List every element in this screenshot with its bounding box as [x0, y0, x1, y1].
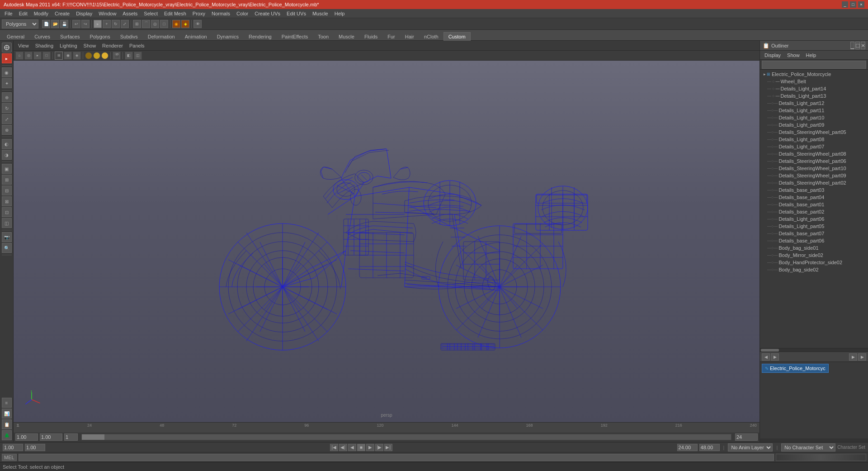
menu-edit-uvs[interactable]: Edit UVs — [284, 10, 309, 17]
mode-selector[interactable]: Polygons Surfaces Dynamics Rendering — [2, 19, 38, 29]
outliner-menu-help[interactable]: Help — [803, 52, 819, 58]
current-time-input[interactable]: 1.00 — [15, 433, 38, 441]
minimize-button[interactable]: _ — [842, 1, 848, 8]
stop-button[interactable]: ■ — [357, 444, 365, 451]
shelf-tab-ncloth[interactable]: nCloth — [419, 32, 443, 41]
menu-create[interactable]: Create — [52, 10, 72, 17]
outliner-item-26[interactable]: —○— Body_bag_side02 — [760, 266, 868, 273]
outliner-list[interactable]: ▸ ⊞ Electric_Police_Motorcycle — ○ — Whe… — [760, 70, 868, 348]
snap-point-icon[interactable]: ◎ — [151, 20, 159, 28]
vp-light1-icon[interactable] — [85, 52, 92, 59]
outliner-item-18[interactable]: —○— Details_base_part02 — [760, 208, 868, 215]
outliner-item-4[interactable]: —○— Details_Light_part11 — [760, 107, 868, 114]
render-icon[interactable]: ◉ — [172, 20, 180, 28]
go-to-end-button[interactable]: ▶| — [384, 444, 392, 451]
pb-range-start-field[interactable] — [25, 444, 45, 451]
outliner-minimize[interactable]: _ — [850, 42, 854, 49]
menu-file[interactable]: File — [2, 10, 15, 17]
shelf-tab-deformation[interactable]: Deformation — [143, 32, 180, 41]
home-tool[interactable] — [2, 43, 12, 52]
ob-icon4[interactable]: ▶ — [858, 353, 866, 361]
layer-editor-tool[interactable]: ≡ — [2, 398, 12, 408]
vp-light3-icon[interactable] — [101, 52, 108, 59]
range-handle[interactable] — [82, 434, 104, 440]
outliner-item-11[interactable]: —○— Details_SteeringWheel_part06 — [760, 157, 868, 165]
outliner-item-23[interactable]: —○— Body_bag_side01 — [760, 244, 868, 252]
save-scene-icon[interactable]: 💾 — [60, 20, 68, 28]
outliner-item-14[interactable]: —○— Details_SteeringWheel_part02 — [760, 179, 868, 186]
outliner-item-19[interactable]: —○— Details_Light_part06 — [760, 215, 868, 223]
rotate-tool-icon[interactable]: ↻ — [112, 20, 120, 28]
shelf-tab-subdivs[interactable]: Subdivs — [115, 32, 143, 41]
shelf-tab-polygons[interactable]: Polygons — [85, 32, 115, 41]
menu-edit-mesh[interactable]: Edit Mesh — [161, 10, 189, 17]
vp-menu-lighting[interactable]: Lighting — [57, 43, 80, 49]
channel-box-tool[interactable]: 📊 — [2, 409, 12, 419]
pb-start-field[interactable] — [3, 444, 23, 451]
outliner-tool[interactable]: 🌲 — [2, 430, 12, 440]
soft-mod-tool[interactable]: ◐ — [2, 139, 12, 149]
vp-menu-view[interactable]: View — [15, 43, 32, 49]
vp-menu-show[interactable]: Show — [81, 43, 99, 49]
lasso-select-tool[interactable]: ◉ — [2, 67, 12, 77]
face-mode[interactable]: ⊡ — [2, 207, 12, 217]
go-to-start-button[interactable]: |◀ — [330, 444, 338, 451]
menu-display[interactable]: Display — [73, 10, 95, 17]
outliner-item-16[interactable]: —○— Details_base_part04 — [760, 194, 868, 201]
outliner-item-21[interactable]: —○— Details_base_part07 — [760, 230, 868, 237]
new-scene-icon[interactable]: 📄 — [42, 20, 50, 28]
select-tool[interactable]: ▸ — [2, 53, 12, 63]
outliner-maximize[interactable]: □ — [855, 42, 860, 49]
selected-item-tag[interactable]: ✎ Electric_Police_Motorcyc — [762, 364, 829, 373]
shelf-tab-custom[interactable]: Custom — [443, 32, 471, 41]
shelf-tab-fluids[interactable]: Fluids — [359, 32, 382, 41]
outliner-item-6[interactable]: —○— Details_Light_part09 — [760, 121, 868, 128]
close-button[interactable]: × — [858, 1, 864, 8]
shelf-tab-toon[interactable]: Toon — [313, 32, 334, 41]
snap-surface-icon[interactable]: □ — [160, 20, 168, 28]
vp-shading-icon[interactable]: □ — [42, 52, 51, 60]
play-forward-button[interactable]: ▶ — [366, 444, 374, 451]
shelf-tab-general[interactable]: General — [2, 32, 29, 41]
camera-tool[interactable]: 📷 — [2, 232, 12, 242]
snap-curve-icon[interactable]: ⌒ — [142, 20, 150, 28]
pb-range-end-field[interactable] — [677, 444, 698, 451]
shelf-tab-surfaces[interactable]: Surfaces — [55, 32, 85, 41]
outliner-item-9[interactable]: —○— Details_Light_part07 — [760, 143, 868, 150]
shelf-tab-muscle[interactable]: Muscle — [334, 32, 359, 41]
range-start-input[interactable] — [40, 433, 62, 441]
outliner-menu-show[interactable]: Show — [784, 52, 802, 58]
vp-render-icon[interactable]: 🎬 — [113, 52, 121, 60]
outliner-item-12[interactable]: —○— Details_SteeringWheel_part10 — [760, 165, 868, 172]
vp-wireframe-icon[interactable]: ⊞ — [55, 52, 63, 60]
step-back-button[interactable]: ◀| — [339, 444, 347, 451]
vp-select-icon[interactable]: ▸ — [33, 52, 42, 60]
menu-normals[interactable]: Normals — [209, 10, 233, 17]
move-tool-icon[interactable]: + — [103, 20, 111, 28]
outliner-scrollbar[interactable] — [760, 348, 868, 352]
outliner-item-22[interactable]: —○— Details_base_part06 — [760, 237, 868, 244]
pan-zoom-tool[interactable]: 🔍 — [2, 243, 12, 253]
current-frame-input[interactable] — [64, 433, 78, 441]
outliner-item-15[interactable]: —○— Details_base_part03 — [760, 186, 868, 194]
mel-input[interactable] — [19, 454, 774, 461]
shelf-tab-curves[interactable]: Curves — [29, 32, 55, 41]
open-scene-icon[interactable]: 📂 — [51, 20, 59, 28]
menu-proxy[interactable]: Proxy — [190, 10, 208, 17]
outliner-scroll-handle[interactable] — [761, 349, 779, 352]
scale-tool-icon[interactable]: ⤢ — [121, 20, 129, 28]
step-forward-button[interactable]: |▶ — [375, 444, 383, 451]
play-back-button[interactable]: ◀ — [348, 444, 356, 451]
menu-create-uvs[interactable]: Create UVs — [252, 10, 283, 17]
outliner-item-8[interactable]: —○— Details_Light_part08 — [760, 136, 868, 143]
ob-icon1[interactable]: ◀ — [762, 353, 770, 361]
ob-icon3[interactable]: ▶ — [849, 353, 857, 361]
vp-home-icon[interactable]: ⌂ — [15, 52, 24, 60]
character-set-select[interactable]: No Character Set — [781, 443, 835, 452]
maximize-button[interactable]: □ — [850, 1, 856, 8]
outliner-menu-display[interactable]: Display — [762, 52, 783, 58]
shelf-tab-dynamics[interactable]: Dynamics — [212, 32, 244, 41]
outliner-item-5[interactable]: —○— Details_Light_part10 — [760, 114, 868, 121]
menu-edit[interactable]: Edit — [16, 10, 30, 17]
shelf-tab-animation[interactable]: Animation — [180, 32, 212, 41]
